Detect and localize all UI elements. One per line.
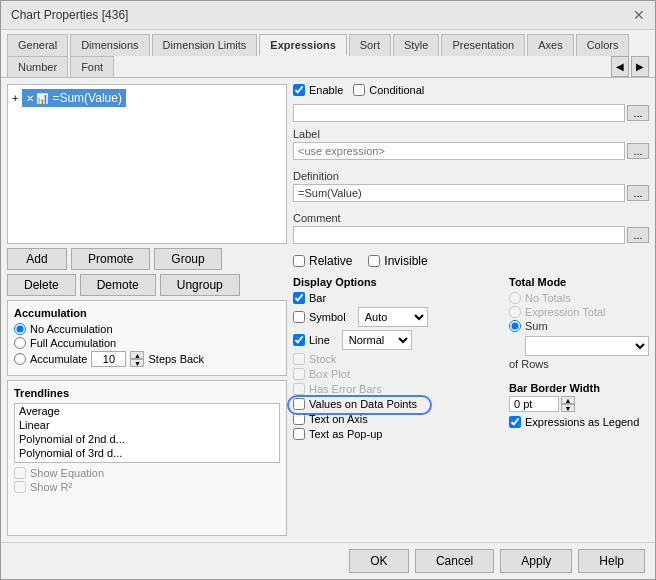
expression-value: =Sum(Value) — [52, 91, 121, 105]
tab-nav-left[interactable]: ◀ — [611, 56, 629, 77]
trendlines-list[interactable]: Average Linear Polynomial of 2nd d... Po… — [14, 403, 280, 463]
enable-check-row[interactable]: Enable — [293, 84, 343, 96]
of-rows-label: of Rows — [509, 358, 649, 370]
conditional-browse-btn[interactable]: ... — [627, 105, 649, 121]
steps-input[interactable] — [91, 351, 126, 367]
ok-button[interactable]: OK — [349, 549, 409, 573]
conditional-check-row[interactable]: Conditional — [353, 84, 424, 96]
show-equation-label: Show Equation — [30, 467, 104, 479]
relative-check-row[interactable]: Relative — [293, 254, 352, 268]
symbol-select[interactable]: Auto — [358, 307, 428, 327]
show-r2-check[interactable] — [14, 481, 26, 493]
tab-dimensions[interactable]: Dimensions — [70, 34, 149, 56]
no-totals-label: No Totals — [525, 292, 571, 304]
main-content: + ✕ 📊 =Sum(Value) Add Promote Group — [1, 78, 655, 542]
tab-font[interactable]: Font — [70, 56, 114, 77]
text-on-axis-row[interactable]: Text on Axis — [293, 413, 501, 425]
label-text-input[interactable] — [293, 142, 625, 160]
trendlines-group: Trendlines Average Linear Polynomial of … — [7, 380, 287, 536]
bar-border-field[interactable] — [509, 396, 559, 412]
tab-dimension-limits[interactable]: Dimension Limits — [152, 34, 258, 56]
no-accumulation-option[interactable]: No Accumulation — [14, 323, 280, 335]
label-browse-btn[interactable]: ... — [627, 143, 649, 159]
symbol-select-row: Auto — [358, 307, 428, 327]
help-button[interactable]: Help — [578, 549, 645, 573]
ungroup-button[interactable]: Ungroup — [160, 274, 240, 296]
definition-group: Definition ... — [293, 170, 649, 202]
expression-list[interactable]: + ✕ 📊 =Sum(Value) — [7, 84, 287, 244]
tab-general[interactable]: General — [7, 34, 68, 56]
tab-number[interactable]: Number — [7, 56, 68, 77]
show-equation-row[interactable]: Show Equation — [14, 467, 280, 479]
bar-border-up[interactable]: ▲ — [561, 396, 575, 404]
steps-up[interactable]: ▲ — [130, 351, 144, 359]
steps-down[interactable]: ▼ — [130, 359, 144, 367]
sum-select[interactable] — [525, 336, 649, 356]
tab-colors[interactable]: Colors — [576, 34, 630, 56]
add-button[interactable]: Add — [7, 248, 67, 270]
line-checkbox[interactable] — [293, 334, 305, 346]
text-as-popup-label: Text as Pop-up — [309, 428, 382, 440]
trendline-poly3[interactable]: Polynomial of 3rd d... — [15, 446, 279, 460]
enable-checkbox[interactable] — [293, 84, 305, 96]
text-on-axis-checkbox[interactable] — [293, 413, 305, 425]
promote-button[interactable]: Promote — [71, 248, 150, 270]
left-panel: + ✕ 📊 =Sum(Value) Add Promote Group — [7, 84, 287, 536]
demote-button[interactable]: Demote — [80, 274, 156, 296]
stock-row[interactable]: Stock — [293, 353, 501, 365]
definition-text-input[interactable] — [293, 184, 625, 202]
definition-browse-btn[interactable]: ... — [627, 185, 649, 201]
full-accumulation-option[interactable]: Full Accumulation — [14, 337, 280, 349]
symbol-checkbox[interactable] — [293, 311, 305, 323]
comment-browse-btn[interactable]: ... — [627, 227, 649, 243]
trendline-poly2[interactable]: Polynomial of 2nd d... — [15, 432, 279, 446]
tab-axes[interactable]: Axes — [527, 34, 573, 56]
show-equation-check[interactable] — [14, 467, 26, 479]
enable-label: Enable — [309, 84, 343, 96]
trendline-average[interactable]: Average — [15, 404, 279, 418]
tab-style[interactable]: Style — [393, 34, 439, 56]
delete-button[interactable]: Delete — [7, 274, 76, 296]
accumulate-label: Accumulate — [30, 353, 87, 365]
box-plot-checkbox[interactable] — [293, 368, 305, 380]
cancel-button[interactable]: Cancel — [415, 549, 494, 573]
sum-option[interactable]: Sum — [509, 320, 649, 332]
error-bars-row[interactable]: Has Error Bars — [293, 383, 501, 395]
group-button[interactable]: Group — [154, 248, 221, 270]
full-accumulation-label: Full Accumulation — [30, 337, 116, 349]
values-on-data-points-checkbox[interactable] — [293, 398, 305, 410]
stock-checkbox[interactable] — [293, 353, 305, 365]
expression-item[interactable]: ✕ 📊 =Sum(Value) — [22, 89, 125, 107]
line-select[interactable]: Normal — [342, 330, 412, 350]
steps-spinner[interactable]: ▲ ▼ — [130, 351, 144, 367]
label-field: ... — [293, 142, 649, 160]
apply-button[interactable]: Apply — [500, 549, 572, 573]
invisible-check-row[interactable]: Invisible — [368, 254, 427, 268]
conditional-checkbox[interactable] — [353, 84, 365, 96]
error-bars-checkbox[interactable] — [293, 383, 305, 395]
close-button[interactable]: ✕ — [633, 7, 645, 23]
box-plot-row[interactable]: Box Plot — [293, 368, 501, 380]
bar-checkbox[interactable] — [293, 292, 305, 304]
invisible-checkbox[interactable] — [368, 255, 380, 267]
accumulate-option[interactable]: Accumulate ▲ ▼ Steps Back — [14, 351, 280, 367]
bar-border-down[interactable]: ▼ — [561, 404, 575, 412]
values-on-data-points-row[interactable]: Values on Data Points — [293, 398, 501, 410]
tab-presentation[interactable]: Presentation — [441, 34, 525, 56]
bar-row[interactable]: Bar — [293, 292, 501, 304]
conditional-text-input[interactable] — [293, 104, 625, 122]
show-r2-row[interactable]: Show R² — [14, 481, 280, 493]
tab-expressions[interactable]: Expressions — [259, 34, 346, 56]
text-as-popup-checkbox[interactable] — [293, 428, 305, 440]
expressions-as-legend-row[interactable]: Expressions as Legend — [509, 416, 649, 428]
bar-border-spinner[interactable]: ▲ ▼ — [561, 396, 575, 412]
expression-total-option[interactable]: Expression Total — [509, 306, 649, 318]
text-as-popup-row[interactable]: Text as Pop-up — [293, 428, 501, 440]
expressions-as-legend-checkbox[interactable] — [509, 416, 521, 428]
no-totals-option[interactable]: No Totals — [509, 292, 649, 304]
tab-sort[interactable]: Sort — [349, 34, 391, 56]
trendline-linear[interactable]: Linear — [15, 418, 279, 432]
relative-checkbox[interactable] — [293, 255, 305, 267]
tab-nav-right[interactable]: ▶ — [631, 56, 649, 77]
comment-text-input[interactable] — [293, 226, 625, 244]
